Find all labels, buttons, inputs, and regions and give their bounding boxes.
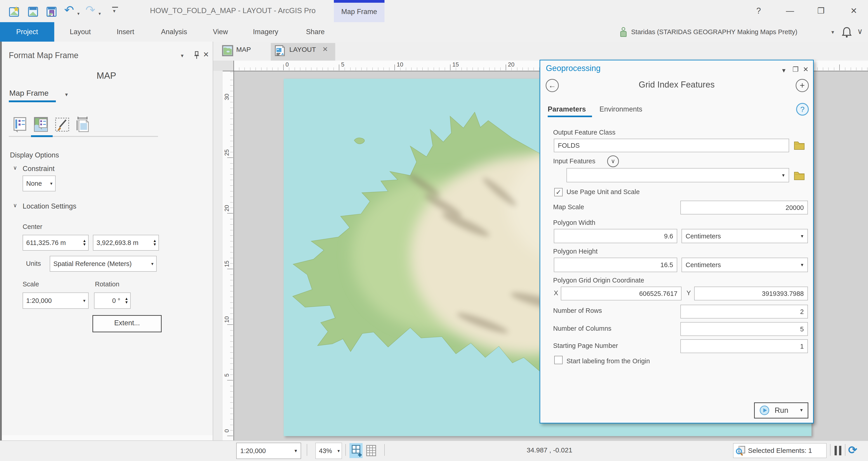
output-feature-class-input[interactable]: FOLDS	[554, 139, 789, 152]
grid-table-icon[interactable]	[365, 444, 377, 458]
constraint-caret-icon: ▾	[50, 181, 53, 186]
save-project-icon[interactable]	[45, 5, 58, 18]
pin-icon[interactable]	[193, 51, 201, 61]
rotation-field[interactable]: 0 ° ▲▼	[94, 292, 131, 309]
tab-display-options-icon[interactable]	[33, 116, 50, 134]
undo-button[interactable]: ↶	[64, 4, 74, 16]
units-select[interactable]: Spatial Reference (Meters) ▾	[50, 256, 157, 272]
polygon-width-input[interactable]: 9.6	[554, 229, 677, 243]
statusbar-zoom-select[interactable]: 43% ▾	[315, 443, 342, 459]
tab-share[interactable]: Share	[301, 22, 330, 41]
browse-folder-icon[interactable]	[794, 140, 805, 151]
input-features-select[interactable]: ▾	[566, 168, 789, 182]
start-labeling-checkbox[interactable]	[554, 356, 563, 364]
close-button[interactable]: ✕	[847, 4, 861, 17]
redo-button[interactable]: ↷	[86, 4, 95, 16]
ruler-label: 0	[223, 426, 230, 436]
open-project-icon[interactable]	[27, 5, 39, 18]
constraint-select[interactable]: None ▾	[23, 176, 56, 191]
map-frame-selector[interactable]: Map Frame	[9, 89, 49, 97]
polygon-height-input[interactable]: 16.5	[554, 258, 677, 272]
starting-page-number-input[interactable]: 1	[680, 339, 808, 353]
extent-button[interactable]: Extent...	[92, 315, 162, 332]
view-tab-close-icon[interactable]: ✕	[322, 45, 328, 53]
polygon-width-label: Polygon Width	[553, 219, 595, 226]
tab-layout[interactable]: Layout	[61, 22, 99, 41]
undo-caret-icon[interactable]: ▾	[77, 11, 80, 16]
tab-options-icon[interactable]	[12, 116, 29, 134]
center-x-field[interactable]: 611,325.76 m ▲▼	[23, 235, 89, 251]
starting-page-number-label: Starting Page Number	[553, 342, 618, 349]
view-tab-map[interactable]: MAP	[220, 43, 258, 61]
center-y-field[interactable]: 3,922,693.8 m ▲▼	[93, 235, 159, 251]
constraint-collapse-icon[interactable]: ∨	[13, 165, 17, 171]
ribbon-collapse-chevron-icon[interactable]: ∨	[857, 27, 863, 36]
statusbar-divider	[307, 444, 307, 456]
run-caret-icon[interactable]: ▾	[800, 407, 803, 413]
location-settings-collapse-icon[interactable]: ∨	[13, 202, 17, 208]
panel-menu-caret-icon[interactable]: ▾	[782, 66, 785, 74]
tool-help-icon[interactable]: ?	[796, 103, 809, 116]
tab-environments[interactable]: Environments	[599, 105, 643, 113]
input-features-caret-icon: ▾	[782, 172, 784, 178]
location-settings-heading[interactable]: Location Settings	[23, 202, 76, 210]
polygon-height-unit-select[interactable]: Centimeters ▾	[682, 258, 808, 272]
statusbar-zoom-value: 43%	[319, 447, 332, 455]
customize-qat-caret-icon[interactable]: ▾	[113, 8, 116, 14]
new-project-icon[interactable]	[8, 5, 21, 18]
number-of-rows-input[interactable]: 2	[680, 305, 808, 318]
map-view-icon	[222, 45, 234, 58]
customize-qat-icon[interactable]	[112, 7, 118, 8]
title-bar: ↶ ▾ ↷ ▾ ▾ HOW_TO_FOLD_A_MAP - LAYOUT - A…	[0, 0, 868, 22]
pause-drawing-icon[interactable]	[835, 446, 841, 456]
units-value: Spatial Reference (Meters)	[53, 260, 132, 268]
use-page-unit-checkbox[interactable]: ✓	[554, 188, 563, 196]
tab-imagery[interactable]: Imagery	[246, 22, 285, 41]
redo-caret-icon[interactable]: ▾	[98, 11, 101, 16]
center-x-spinner[interactable]: ▲▼	[83, 239, 86, 246]
statusbar-scale-select[interactable]: 1:20,000 ▾	[236, 443, 301, 459]
pane-menu-caret-icon[interactable]: ▾	[181, 53, 184, 59]
tab-project[interactable]: Project	[0, 22, 54, 41]
map-scale-input[interactable]: 20000	[680, 201, 808, 214]
add-to-model-plus-icon[interactable]: +	[796, 79, 809, 92]
add-grid-button[interactable]	[349, 443, 363, 458]
selected-elements-button[interactable]: Selected Elements: 1	[733, 443, 827, 458]
tab-view[interactable]: View	[207, 22, 234, 41]
input-features-expand-icon[interactable]: ∨	[607, 155, 619, 167]
tab-placement-icon[interactable]	[75, 116, 92, 134]
tab-symbol-icon[interactable]	[54, 116, 71, 134]
polygon-width-unit-select[interactable]: Centimeters ▾	[682, 229, 808, 243]
run-button[interactable]: Run ▾	[754, 402, 808, 419]
origin-y-input[interactable]: 3919393.7988	[694, 287, 808, 300]
panel-dock-icon[interactable]: ❐	[793, 65, 799, 73]
tab-insert[interactable]: Insert	[110, 22, 141, 41]
tab-parameters[interactable]: Parameters	[548, 105, 586, 113]
help-button[interactable]: ?	[752, 4, 765, 17]
maximize-button[interactable]: ❐	[814, 4, 828, 17]
minimize-button[interactable]: —	[783, 4, 797, 17]
origin-x-input[interactable]: 606525.7617	[561, 287, 682, 300]
number-of-columns-input[interactable]: 5	[680, 322, 808, 336]
number-of-columns-label: Number of Columns	[553, 325, 612, 332]
pane-close-icon[interactable]: ✕	[203, 50, 209, 59]
map-frame-selector-caret-icon[interactable]: ▾	[65, 91, 68, 98]
notifications-bell-icon[interactable]	[841, 26, 852, 39]
account-avatar-icon[interactable]	[620, 27, 627, 37]
account-caret-icon[interactable]: ▾	[831, 29, 834, 35]
view-tab-layout[interactable]: LAYOUT ✕	[271, 43, 335, 61]
geoprocessing-panel: Geoprocessing ▾ ❐ ✕ ← Grid Index Feature…	[539, 60, 814, 424]
panel-close-icon[interactable]: ✕	[803, 65, 809, 73]
geoprocessing-title: Geoprocessing	[546, 63, 600, 73]
browse-folder-icon[interactable]	[794, 170, 805, 181]
account-name[interactable]: Staridas (STARIDAS GEOGRAPHY Making Maps…	[631, 22, 797, 41]
refresh-sync-icon[interactable]: ⟳	[848, 443, 857, 456]
tab-analysis[interactable]: Analysis	[155, 22, 193, 41]
center-y-spinner[interactable]: ▲▼	[153, 239, 157, 246]
ruler-label: 25	[223, 148, 230, 158]
scale-select[interactable]: 1:20,000 ▾	[23, 292, 89, 309]
output-feature-class-label: Output Feature Class	[553, 129, 616, 136]
rotation-spinner[interactable]: ▲▼	[125, 297, 128, 304]
constraint-heading[interactable]: Constraint	[23, 165, 55, 173]
arcgis-pro-window: ↶ ▾ ↷ ▾ ▾ HOW_TO_FOLD_A_MAP - LAYOUT - A…	[0, 0, 868, 461]
